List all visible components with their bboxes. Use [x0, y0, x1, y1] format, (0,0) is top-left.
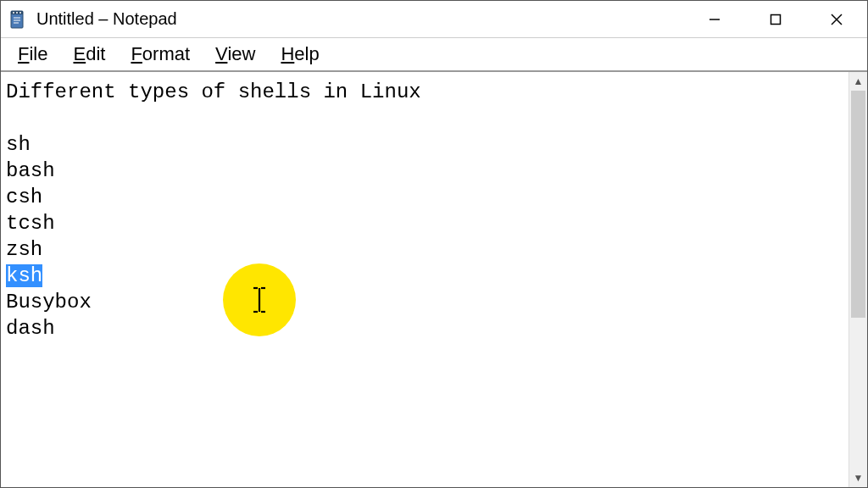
vertical-scrollbar[interactable]: ▲ ▼	[849, 72, 867, 487]
svg-point-3	[16, 12, 18, 14]
maximize-button[interactable]	[745, 1, 806, 37]
scroll-thumb[interactable]	[851, 91, 865, 318]
menu-view[interactable]: View	[203, 40, 267, 69]
titlebar: Untitled – Notepad	[1, 1, 867, 38]
editor-line: tcsh	[6, 210, 843, 236]
menubar: File Edit Format View Help	[1, 38, 867, 72]
menu-file[interactable]: File	[6, 40, 59, 69]
editor-line: csh	[6, 184, 843, 210]
editor-line: Busybox	[6, 289, 843, 315]
scroll-up-button[interactable]: ▲	[849, 72, 867, 91]
svg-point-4	[19, 12, 21, 14]
notepad-window: Untitled – Notepad File Edit Format View…	[0, 0, 868, 488]
notepad-icon	[8, 9, 28, 30]
editor-line: sh	[6, 131, 843, 158]
window-controls	[684, 1, 867, 37]
menu-help[interactable]: Help	[269, 40, 331, 69]
svg-rect-9	[771, 14, 781, 24]
menu-edit[interactable]: Edit	[61, 40, 117, 69]
editor-line: bash	[6, 158, 843, 184]
editor-line: ksh	[6, 263, 843, 289]
editor-line: dash	[6, 315, 843, 341]
svg-point-2	[13, 12, 14, 14]
minimize-button[interactable]	[684, 1, 745, 37]
editor-line	[6, 105, 843, 131]
menu-format[interactable]: Format	[119, 40, 202, 69]
selected-text: ksh	[6, 264, 42, 287]
editor-area: Different types of shells in Linux shbas…	[1, 72, 867, 487]
close-button[interactable]	[806, 1, 867, 37]
text-editor[interactable]: Different types of shells in Linux shbas…	[1, 72, 849, 487]
scroll-down-button[interactable]: ▼	[849, 469, 867, 487]
window-title: Untitled – Notepad	[36, 9, 684, 29]
editor-line: zsh	[6, 236, 843, 263]
scroll-track[interactable]	[849, 91, 867, 469]
editor-line: Different types of shells in Linux	[6, 79, 843, 105]
